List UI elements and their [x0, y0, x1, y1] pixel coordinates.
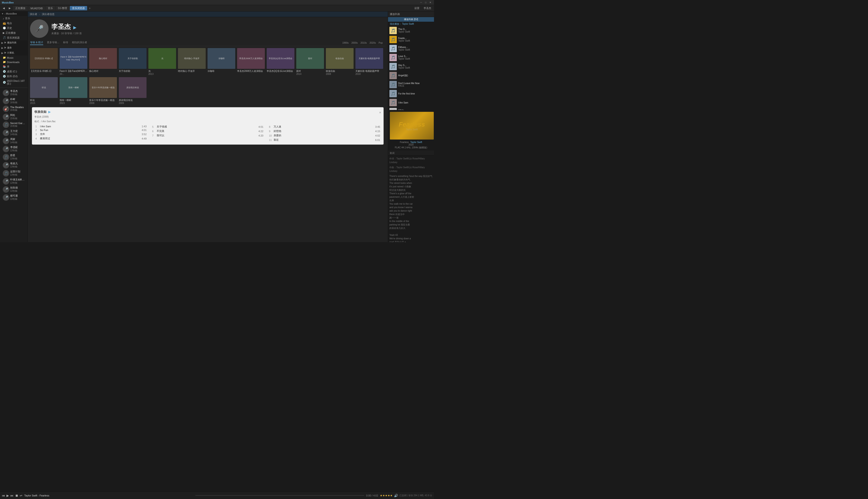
minimize-button[interactable]: ─ — [419, 1, 423, 4]
period-2000s[interactable]: 2000s — [350, 41, 359, 44]
album-card-2[interactable]: 痴心绝对 痴心绝对 — [89, 48, 117, 75]
playlist-item-4[interactable]: 🎵 Hey S... Taylor Swift — [388, 62, 434, 71]
artist-play-button[interactable]: ▶ — [73, 25, 76, 30]
album-card-12[interactable]: 听说 听说 2015 — [30, 77, 58, 105]
sidebar-artist-4[interactable]: 🎵 Secret Gard... 15专辑 — [0, 121, 27, 129]
sidebar-item-history[interactable]: 🕐 历史 — [0, 26, 27, 31]
track-popup-play[interactable]: ▶ — [48, 110, 51, 114]
tab-albums-stats[interactable]: 专辑 & 统计 — [30, 41, 43, 45]
maximize-button[interactable]: □ — [424, 1, 427, 4]
computer-section-header[interactable]: ▶ ▶ 计算机 — [0, 50, 27, 56]
album-card-13[interactable]: 我有一棵树 我有一棵树 2023 — [60, 77, 87, 105]
album-card-4[interactable]: 光 光 2013 — [148, 48, 176, 75]
track-row-4[interactable]: 4 擦肩而过 4:49 — [34, 136, 147, 141]
sidebar-artist-13[interactable]: 🎤 都可通 13专辑 — [0, 193, 27, 202]
tab-dj[interactable]: DJ-整理 — [56, 6, 69, 10]
album-card-11[interactable]: 天籁长歌·电视剧题声带 天籁长歌·电视剧题声带 2018 — [355, 48, 383, 75]
track-row-1[interactable]: 1 I Am Sam 1:43 — [34, 124, 147, 128]
sidebar-item-drive-c[interactable]: 💿 桌面 (C:) — [0, 69, 27, 74]
album-card-6[interactable]: 冷咖啡 冷咖啡 — [207, 48, 235, 75]
playlist-artist-6: FACE — [398, 85, 433, 87]
track-row-5[interactable]: 5 关于情感 4:01 — [151, 124, 264, 129]
sidebar-item-software[interactable]: 💿 软件 (DJ) — [0, 74, 27, 79]
playlist-item-2[interactable]: 🎵 Filthere... Taylor Swift — [388, 44, 434, 53]
album-card-9[interactable]: 面对 面对 2014 — [296, 48, 324, 75]
playlist-item-6[interactable]: 🎵 Don't Leave Me Now FACE — [388, 80, 434, 89]
sidebar-artist-2[interactable]: 🎸 The Beatles 15专辑 — [0, 105, 27, 113]
artist-thumb-11: 🎤 — [3, 178, 9, 185]
sidebar-item-nowplaying[interactable]: ▶ 正在播放 — [0, 31, 27, 35]
album-card-15[interactable]: 原谅我没有说 原谅我没有说 2009 — [119, 77, 146, 105]
album-card-14[interactable]: 音乐十年李圣杰魅一精选 音乐十年李圣杰魅一精选 2008 — [89, 77, 117, 105]
artist-info-4: Secret Gard... 15专辑 — [10, 122, 26, 128]
playlist-item-5[interactable]: 🎵 Angel(版) — [388, 71, 434, 80]
performer-label[interactable]: 演出者 — [29, 12, 37, 16]
album-card-1[interactable]: Face II【面·Face|WHERE'S THE TRUTH?】 Face … — [60, 48, 87, 75]
tab-muaddib[interactable]: MUAD'DIB — [28, 7, 45, 10]
track-row-2[interactable]: 2 So Fun 4:01 — [34, 128, 147, 132]
tab-more-albums[interactable]: 更多专辑... — [47, 41, 59, 45]
tab-now-playing[interactable]: 正在播放 — [13, 6, 28, 10]
playlist-item-7[interactable]: 🎵 For the first time — [388, 89, 434, 98]
sidebar-artist-6[interactable]: 🎤 周家 14专辑 — [0, 137, 27, 145]
period-pop[interactable]: Pop — [378, 41, 384, 44]
album-card-3[interactable]: 关于你的歌 关于你的歌 — [119, 48, 146, 75]
track-row-8[interactable]: 8 万人迷 3:45 — [268, 124, 381, 129]
back-button[interactable]: ◀ — [1, 6, 7, 10]
titlebar-controls[interactable]: ─ □ ✕ — [419, 1, 432, 4]
forward-button[interactable]: ▶ — [7, 6, 12, 10]
performer-info-label[interactable]: 演出者信息 — [42, 12, 55, 16]
sidebar-main-section[interactable]: ▼ - MusicBee — [0, 12, 27, 16]
album-card-8[interactable]: 李圣杰QQ音乐Live演唱会 李圣杰QQ音乐Live演唱会 — [267, 48, 294, 75]
sidebar-artist-3[interactable]: 🎤 阿杜 15专辑 — [0, 113, 27, 121]
playlist-thumb-2: 🎵 — [389, 45, 397, 52]
album-card-10[interactable]: 收放自如 收放自如 2008 — [326, 48, 353, 75]
sidebar-artist-0[interactable]: 🎤 李圣杰 15专辑 — [0, 89, 27, 97]
sidebar-item-downloads[interactable]: 📁 Downloads — [0, 60, 27, 64]
sidebar-artist-9[interactable]: 🎤 爸姐儿 13专辑 — [0, 161, 27, 169]
tab-dj-playlist[interactable]: 播放列表 [DJ] — [388, 17, 434, 22]
user-name[interactable]: 李圣杰 — [422, 6, 433, 10]
sidebar-artist-8[interactable]: 🎵 群星 13专辑 — [0, 153, 27, 161]
close-button[interactable]: ✕ — [429, 1, 432, 4]
sidebar-artist-1[interactable]: 🎤 朴树 16专辑 — [0, 97, 27, 105]
track-row-10[interactable]: 10 亲爱的 4:02 — [268, 133, 381, 138]
playlist-item-0[interactable]: 🎵 The O... Taylor Swift — [388, 26, 434, 35]
playlist-item-8[interactable]: 🎵 I Am Sam — [388, 98, 434, 107]
playlist-item-9[interactable]: 🎵 White... Taylor Swift — [388, 107, 434, 110]
tab-related-artists[interactable]: 相扣的演出者 — [72, 41, 87, 45]
sidebar-item-library[interactable]: 📚 库 — [0, 64, 27, 69]
track-row-9[interactable]: 9 好想他 4:15 — [268, 129, 381, 133]
sidebar-item-music-folder[interactable]: 📁 Music — [0, 56, 27, 60]
album-card-7[interactable]: 李圣杰2008万人迷演唱会 李圣杰2008万人迷演唱会 — [237, 48, 265, 75]
sidebar-item-browser[interactable]: 🎵 音乐浏览器 — [0, 35, 27, 40]
album-card-0[interactable]: 【贝壳音乐·环绕5.1】 【贝壳音乐·环绕5.1】 — [30, 48, 58, 75]
playlist-scroll[interactable]: 🎵 The O... Taylor Swift 🎵 Fearle... Tayl… — [388, 26, 434, 110]
playlist-item-1[interactable]: 🎵 Fearle... Taylor Swift — [388, 35, 434, 44]
sidebar-artist-10[interactable]: 🎵 运营计划 13专辑 — [0, 169, 27, 177]
tab-browser[interactable]: 音乐浏览器 — [70, 6, 87, 10]
services-section-header[interactable]: ▶ ▶ 服务 — [0, 45, 27, 50]
settings-button[interactable]: 设置 — [412, 6, 421, 10]
tab-music[interactable]: 音乐 — [46, 6, 55, 10]
sidebar-artist-12[interactable]: 🎤 别良德 13专辑 — [0, 185, 27, 193]
period-2010s[interactable]: 2010s — [360, 41, 368, 44]
track-row-3[interactable]: 3 光年 3:52 — [34, 132, 147, 136]
track-row-6[interactable]: 6 不完美 4:22 — [151, 129, 264, 133]
period-2020s[interactable]: 2020s — [369, 41, 377, 44]
album-card-5[interactable]: 绝对痴心·手放开 绝对痴心·手放开 — [178, 48, 206, 75]
sidebar-item-radio[interactable]: 📻 电台 — [0, 21, 27, 26]
sidebar-artist-11[interactable]: 🎤 叶倩文&林子... 13专辑 — [0, 177, 27, 185]
track-row-7[interactable]: 7 我可以 4:20 — [151, 133, 264, 138]
tab-biography[interactable]: 标传 — [63, 41, 68, 45]
playlist-item-3[interactable]: 🎵 Love S... Taylor Swift — [388, 53, 434, 62]
period-1990s[interactable]: 1990s — [341, 41, 349, 44]
add-tab-button[interactable]: + — [87, 6, 92, 10]
playlist-section-header[interactable]: ▶ ▶ 播放列表 — [0, 40, 27, 45]
track-row-11[interactable]: 11 靠近 6:01 — [268, 138, 381, 142]
sidebar-artist-7[interactable]: 🎤 李偲菘 13专辑 — [0, 145, 27, 153]
sidebar-item-drive-e[interactable]: 💿 2023 Disc1 16T (E:) — [0, 79, 27, 86]
sidebar-artist-5[interactable]: 🎤 王力宏 14专辑 — [0, 129, 27, 137]
track-popup-close-button[interactable]: × — [379, 111, 381, 114]
sidebar-item-music[interactable]: ♪ 音乐 — [0, 16, 27, 21]
